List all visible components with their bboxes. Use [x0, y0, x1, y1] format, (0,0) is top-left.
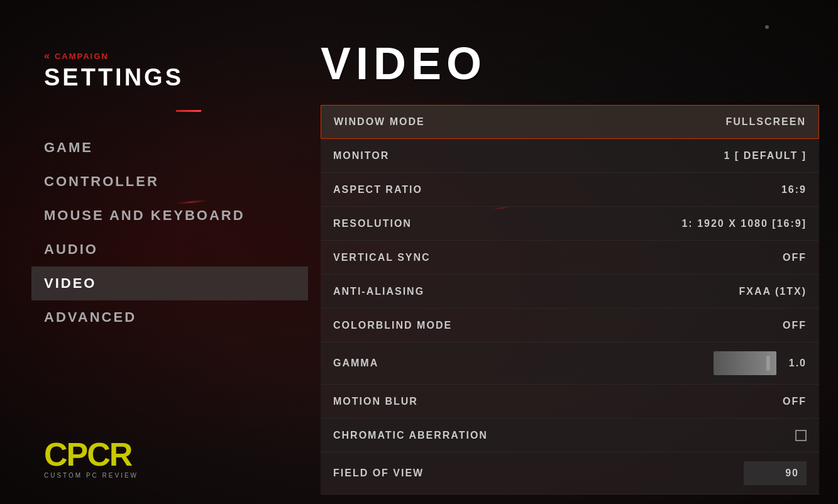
- setting-value-colorblind-mode: Off: [783, 320, 807, 331]
- setting-label-window-mode: WINDOW MODE: [334, 116, 425, 128]
- setting-row-chromatic-aberration[interactable]: CHROMATIC ABERRATION: [321, 419, 819, 452]
- setting-row-vertical-sync[interactable]: VERTICAL SYNC Off: [321, 241, 819, 275]
- setting-label-aspect-ratio: ASPECT RATIO: [333, 184, 422, 195]
- setting-label-vertical-sync: VERTICAL SYNC: [333, 252, 431, 263]
- setting-label-monitor: MONITOR: [333, 150, 389, 162]
- sidebar-item-game[interactable]: GAME: [44, 131, 308, 165]
- sidebar-item-controller[interactable]: CONTROLLER: [44, 165, 308, 199]
- page-title: SETTINGS: [44, 64, 308, 91]
- decorative-line: [175, 110, 201, 112]
- settings-list: WINDOW MODE FULLSCREEN MONITOR 1 [ Defau…: [321, 105, 819, 495]
- setting-value-window-mode: FULLSCREEN: [725, 116, 806, 128]
- setting-label-colorblind-mode: COLORBLIND MODE: [333, 320, 452, 331]
- gamma-control-group: 1.0: [714, 351, 807, 375]
- setting-label-motion-blur: MOTION BLUR: [333, 396, 418, 407]
- sidebar-item-video[interactable]: VIDEO: [31, 266, 308, 300]
- app-layout: « CAMPAIGN SETTINGS GAME CONTROLLER MOUS…: [0, 0, 838, 504]
- section-title: VIDEO: [321, 38, 819, 89]
- breadcrumb-label: CAMPAIGN: [55, 52, 109, 61]
- setting-row-gamma[interactable]: GAMMA 1.0: [321, 342, 819, 385]
- setting-value-aspect-ratio: 16:9: [781, 184, 807, 195]
- setting-label-resolution: RESOLUTION: [333, 218, 412, 229]
- setting-value-monitor: 1 [ Default ]: [724, 150, 807, 162]
- sidebar: « CAMPAIGN SETTINGS GAME CONTROLLER MOUS…: [0, 0, 308, 504]
- particle-decoration: [765, 25, 769, 29]
- setting-label-chromatic-aberration: CHROMATIC ABERRATION: [333, 430, 488, 441]
- setting-row-aspect-ratio[interactable]: ASPECT RATIO 16:9: [321, 173, 819, 207]
- back-nav[interactable]: « CAMPAIGN: [44, 50, 109, 62]
- logo-subtitle: CUSTOM PC REVIEW: [44, 472, 138, 479]
- setting-label-anti-aliasing: ANTI-ALIASING: [333, 286, 424, 297]
- setting-value-motion-blur: Off: [783, 396, 807, 407]
- setting-value-gamma: 1.0: [789, 358, 807, 369]
- nav-menu: GAME CONTROLLER MOUSE AND KEYBOARD AUDIO…: [44, 131, 308, 334]
- setting-row-monitor[interactable]: MONITOR 1 [ Default ]: [321, 139, 819, 173]
- breadcrumb-area: « CAMPAIGN SETTINGS: [44, 50, 308, 91]
- setting-row-anti-aliasing[interactable]: ANTI-ALIASING FXAA (1TX): [321, 275, 819, 309]
- setting-row-window-mode[interactable]: WINDOW MODE FULLSCREEN: [321, 105, 819, 139]
- back-arrow-icon: «: [44, 50, 51, 62]
- field-of-view-value-box[interactable]: 90: [744, 461, 807, 485]
- logo-text: CPCR: [44, 438, 138, 471]
- setting-row-colorblind-mode[interactable]: COLORBLIND MODE Off: [321, 309, 819, 342]
- setting-value-anti-aliasing: FXAA (1TX): [739, 286, 807, 297]
- setting-value-resolution: 1: 1920 x 1080 [16:9]: [681, 218, 807, 229]
- setting-label-field-of-view: FIELD OF VIEW: [333, 468, 424, 479]
- main-content: VIDEO WINDOW MODE FULLSCREEN MONITOR 1 […: [308, 0, 838, 504]
- sidebar-item-advanced[interactable]: ADVANCED: [44, 300, 308, 334]
- setting-row-field-of-view[interactable]: FIELD OF VIEW 90: [321, 452, 819, 495]
- setting-label-gamma: GAMMA: [333, 358, 378, 369]
- setting-value-vertical-sync: Off: [783, 252, 807, 263]
- setting-row-motion-blur[interactable]: MOTION BLUR Off: [321, 385, 819, 419]
- gamma-slider[interactable]: [714, 351, 776, 375]
- sidebar-item-audio[interactable]: AUDIO: [44, 233, 308, 266]
- setting-value-field-of-view: 90: [785, 468, 799, 479]
- chromatic-aberration-checkbox[interactable]: [795, 430, 807, 441]
- logo-area: CPCR CUSTOM PC REVIEW: [44, 438, 138, 479]
- setting-row-resolution[interactable]: RESOLUTION 1: 1920 x 1080 [16:9]: [321, 207, 819, 241]
